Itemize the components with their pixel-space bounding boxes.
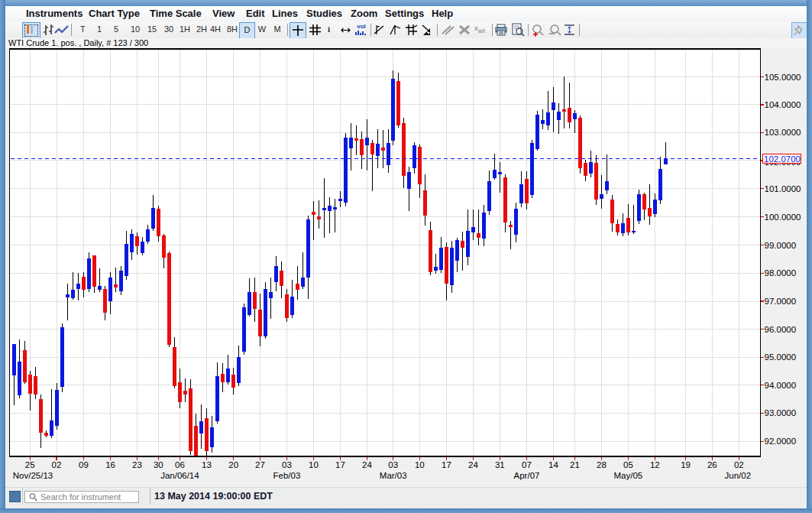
- svg-text:97.0000: 97.0000: [765, 297, 797, 306]
- svg-text:16: 16: [105, 460, 115, 469]
- svg-text:17: 17: [442, 460, 451, 469]
- svg-text:03: 03: [388, 460, 398, 469]
- svg-text:93.0000: 93.0000: [765, 408, 797, 417]
- svg-text:06: 06: [175, 460, 185, 469]
- svg-text:98.0000: 98.0000: [765, 268, 797, 278]
- svg-text:Feb/03: Feb/03: [273, 471, 300, 480]
- svg-text:02: 02: [52, 460, 62, 469]
- svg-text:25: 25: [25, 460, 35, 469]
- svg-text:99.0000: 99.0000: [765, 241, 797, 250]
- svg-text:101.0000: 101.0000: [765, 184, 801, 193]
- svg-text:28: 28: [597, 460, 607, 469]
- svg-text:Apr/07: Apr/07: [514, 471, 540, 480]
- svg-text:10: 10: [309, 460, 319, 469]
- svg-text:26: 26: [707, 460, 717, 469]
- svg-text:17: 17: [335, 460, 345, 469]
- svg-text:31: 31: [495, 460, 505, 469]
- svg-text:10: 10: [415, 460, 425, 469]
- svg-text:94.0000: 94.0000: [765, 381, 797, 390]
- svg-text:13: 13: [202, 460, 212, 469]
- svg-text:02: 02: [734, 460, 744, 469]
- svg-text:24: 24: [362, 460, 372, 469]
- svg-text:Mar/03: Mar/03: [380, 471, 407, 480]
- svg-text:27: 27: [255, 460, 265, 469]
- svg-text:12: 12: [650, 460, 660, 469]
- svg-text:05: 05: [623, 460, 633, 469]
- svg-text:19: 19: [681, 460, 691, 469]
- svg-text:102.0700: 102.0700: [764, 154, 801, 164]
- svg-text:100.0000: 100.0000: [765, 213, 801, 222]
- svg-text:21: 21: [570, 460, 580, 469]
- svg-text:03: 03: [282, 460, 292, 469]
- svg-text:24: 24: [468, 460, 478, 469]
- svg-text:14: 14: [548, 460, 558, 469]
- svg-text:Nov/25/13: Nov/25/13: [13, 471, 53, 480]
- svg-text:Jun/02: Jun/02: [725, 471, 752, 480]
- svg-text:30: 30: [154, 460, 163, 469]
- svg-text:23: 23: [132, 460, 142, 469]
- svg-text:103.0000: 103.0000: [765, 128, 801, 137]
- svg-text:95.0000: 95.0000: [765, 352, 797, 362]
- svg-text:07: 07: [522, 460, 532, 469]
- svg-text:104.0000: 104.0000: [765, 100, 801, 109]
- svg-text:09: 09: [79, 460, 89, 469]
- svg-text:20: 20: [228, 460, 238, 469]
- svg-text:May/05: May/05: [614, 471, 643, 480]
- svg-text:96.0000: 96.0000: [765, 325, 797, 334]
- svg-text:Jan/06/14: Jan/06/14: [160, 471, 199, 480]
- svg-text:92.0000: 92.0000: [765, 437, 797, 446]
- svg-text:105.0000: 105.0000: [765, 73, 801, 82]
